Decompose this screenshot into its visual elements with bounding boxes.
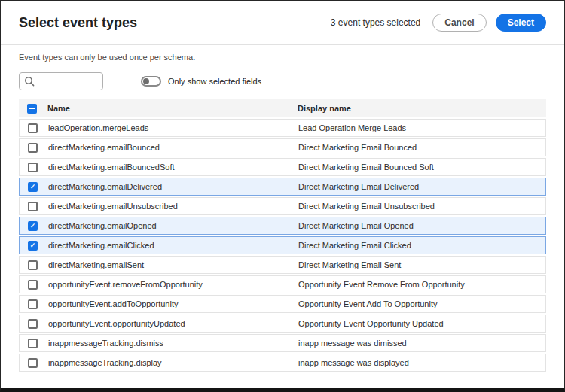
row-checkbox-cell [20, 280, 48, 290]
row-display-name: Opportunity Event Add To Opportunity [295, 299, 545, 308]
search-icon [24, 76, 35, 87]
row-checkbox-cell [20, 299, 48, 309]
row-checkbox[interactable] [28, 163, 38, 172]
row-checkbox-cell [20, 319, 48, 329]
table-row[interactable]: inappmessageTracking.displayinapp messag… [19, 354, 546, 372]
table-row[interactable]: directMarketing.emailDeliveredDirect Mar… [19, 178, 546, 196]
description-text: Event types can only be used once per sc… [1, 45, 564, 62]
page-title: Select event types [19, 15, 137, 31]
cancel-button[interactable]: Cancel [432, 14, 486, 32]
row-checkbox[interactable] [28, 241, 38, 251]
row-checkbox[interactable] [28, 280, 38, 290]
row-checkbox-cell [20, 339, 48, 348]
selection-summary: 3 event types selected [331, 17, 420, 28]
row-checkbox[interactable] [28, 358, 38, 368]
select-event-types-dialog: Select event types 3 event types selecte… [0, 0, 565, 392]
table-row[interactable]: directMarketing.emailUnsubscribedDirect … [19, 197, 546, 215]
row-display-name: Direct Marketing Email Opened [295, 221, 545, 230]
row-display-name: Direct Marketing Email Unsubscribed [295, 202, 545, 211]
row-name: opportunityEvent.addToOpportunity [48, 299, 295, 308]
column-header-display-name: Display name [295, 104, 546, 113]
row-display-name: inapp message was displayed [295, 358, 545, 367]
row-checkbox-cell [20, 163, 48, 172]
row-name: opportunityEvent.removeFromOpportunity [48, 280, 295, 289]
row-name: opportunityEvent.opportunityUpdated [48, 319, 295, 328]
row-display-name: Direct Marketing Email Bounced Soft [295, 163, 545, 172]
row-checkbox-cell [20, 260, 48, 270]
row-name: inappmessageTracking.dismiss [48, 339, 295, 348]
table-row[interactable]: directMarketing.emailClickedDirect Marke… [19, 236, 546, 254]
row-name: directMarketing.emailBounced [48, 143, 295, 152]
row-checkbox-cell [20, 182, 48, 192]
row-checkbox[interactable] [28, 202, 38, 211]
event-types-table: Name Display name leadOperation.mergeLea… [19, 99, 546, 372]
row-checkbox[interactable] [28, 260, 38, 270]
row-checkbox[interactable] [28, 299, 38, 309]
row-checkbox[interactable] [28, 339, 38, 348]
row-display-name: Opportunity Event Opportunity Updated [295, 319, 545, 328]
row-checkbox[interactable] [28, 123, 38, 133]
row-display-name: Direct Marketing Email Delivered [295, 182, 545, 191]
select-button[interactable]: Select [496, 14, 546, 32]
toolbar: Only show selected fields [1, 62, 564, 90]
row-checkbox-cell [20, 143, 48, 153]
row-name: inappmessageTracking.display [48, 358, 295, 367]
row-name: leadOperation.mergeLeads [48, 123, 295, 132]
row-checkbox[interactable] [28, 319, 38, 329]
header-checkbox-cell [19, 104, 47, 114]
row-display-name: Lead Operation Merge Leads [295, 123, 545, 132]
row-checkbox[interactable] [28, 143, 38, 153]
row-name: directMarketing.emailSent [48, 260, 295, 269]
row-checkbox-cell [20, 358, 48, 368]
search-box [19, 72, 103, 90]
row-name: directMarketing.emailOpened [48, 221, 295, 230]
row-checkbox[interactable] [28, 182, 38, 192]
select-all-checkbox[interactable] [27, 104, 37, 114]
header-actions: 3 event types selected Cancel Select [331, 14, 546, 32]
row-name: directMarketing.emailDelivered [48, 182, 295, 191]
row-display-name: Direct Marketing Email Sent [295, 260, 545, 269]
row-checkbox-cell [20, 221, 48, 231]
only-show-selected-toggle-group[interactable]: Only show selected fields [141, 76, 261, 87]
table-row[interactable]: leadOperation.mergeLeadsLead Operation M… [19, 119, 546, 137]
table-row[interactable]: opportunityEvent.removeFromOpportunityOp… [19, 275, 546, 293]
row-display-name: Direct Marketing Email Clicked [295, 241, 545, 250]
row-checkbox-cell [20, 123, 48, 133]
table-row[interactable]: inappmessageTracking.dismissinapp messag… [19, 334, 546, 352]
row-checkbox-cell [20, 241, 48, 251]
only-show-selected-toggle[interactable] [141, 76, 161, 87]
toggle-knob [143, 78, 149, 84]
table-body: leadOperation.mergeLeadsLead Operation M… [19, 119, 546, 372]
row-name: directMarketing.emailBouncedSoft [48, 163, 295, 172]
table-row[interactable]: directMarketing.emailBouncedDirect Marke… [19, 138, 546, 156]
column-header-name: Name [47, 104, 295, 113]
table-row[interactable]: directMarketing.emailSentDirect Marketin… [19, 256, 546, 274]
row-display-name: Direct Marketing Email Bounced [295, 143, 545, 152]
table-row[interactable]: opportunityEvent.addToOpportunityOpportu… [19, 295, 546, 313]
row-checkbox[interactable] [28, 221, 38, 231]
row-checkbox-cell [20, 202, 48, 211]
row-display-name: inapp message was dimissed [295, 339, 545, 348]
table-row[interactable]: directMarketing.emailOpenedDirect Market… [19, 217, 546, 235]
table-header-row: Name Display name [19, 99, 546, 117]
row-name: directMarketing.emailClicked [48, 241, 295, 250]
dialog-header: Select event types 3 event types selecte… [1, 1, 564, 44]
toggle-label: Only show selected fields [168, 77, 261, 86]
table-row[interactable]: directMarketing.emailBouncedSoftDirect M… [19, 158, 546, 176]
row-name: directMarketing.emailUnsubscribed [48, 202, 295, 211]
row-display-name: Opportunity Event Remove From Opportunit… [295, 280, 545, 289]
table-row[interactable]: opportunityEvent.opportunityUpdatedOppor… [19, 315, 546, 333]
